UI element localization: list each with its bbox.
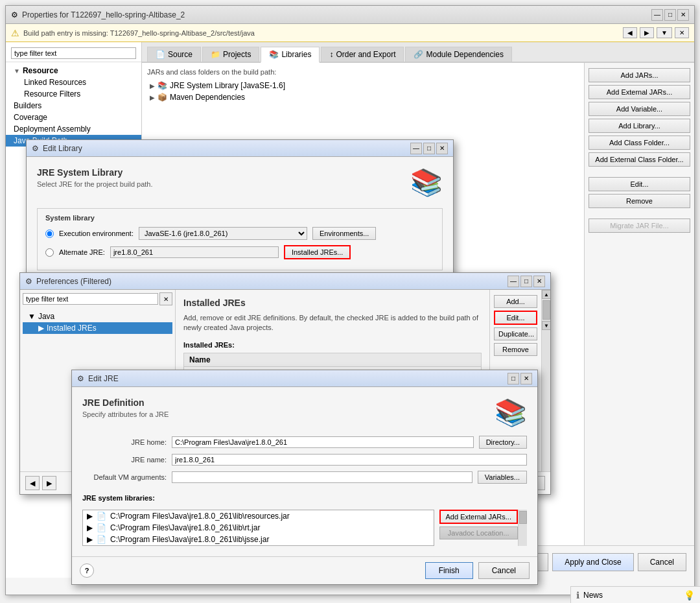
sidebar-item-deployment-assembly[interactable]: Deployment Assembly: [6, 123, 141, 135]
prefs-tree-installed-jres[interactable]: ▶ Installed JREs: [23, 322, 172, 334]
prefs-section-title: Installed JREs: [183, 298, 482, 308]
tab-projects[interactable]: 📁 Projects: [202, 47, 259, 62]
jre-finish-button[interactable]: Finish: [425, 562, 473, 579]
execution-env-select[interactable]: JavaSE-1.6 (jre1.8.0_261): [139, 227, 307, 240]
sidebar-item-linked-resources[interactable]: Linked Resources: [6, 77, 141, 88]
edit-jre-restore[interactable]: □: [508, 373, 519, 384]
prefs-table-header: Name: [183, 353, 482, 366]
warning-nav-back[interactable]: ◀: [623, 27, 637, 38]
edit-button[interactable]: Edit...: [589, 177, 690, 191]
migrate-jar-file-button[interactable]: Migrate JAR File...: [589, 219, 690, 233]
edit-library-restore[interactable]: □: [423, 143, 435, 154]
edit-library-heading: JRE System Library: [37, 167, 153, 178]
add-external-class-folder-button[interactable]: Add External Class Folder...: [589, 152, 690, 167]
jars-label: JARs and class folders on the build path…: [147, 68, 579, 76]
lib-label: C:\Program Files\Java\jre1.8.0_261\lib\r…: [110, 523, 260, 532]
prefs-filter-clear[interactable]: ✕: [159, 292, 172, 305]
alternate-jre-input[interactable]: [110, 246, 279, 258]
sidebar-item-label: Resource: [23, 66, 58, 75]
jre-help-button[interactable]: ?: [80, 563, 94, 578]
jre-home-input[interactable]: [172, 436, 474, 448]
jre-libs-scrollbar[interactable]: [518, 510, 527, 546]
lib-expand: ▶: [87, 512, 93, 521]
add-jars-button[interactable]: Add JARs...: [589, 68, 690, 82]
minimize-button[interactable]: —: [651, 9, 663, 21]
sidebar-item-resource[interactable]: ▼ Resource: [6, 65, 141, 77]
prefs-nav-fwd[interactable]: ▶: [42, 476, 56, 490]
prefs-restore[interactable]: □: [520, 276, 532, 287]
prefs-add-button[interactable]: Add...: [494, 295, 537, 308]
close-button[interactable]: ✕: [677, 9, 689, 21]
directory-button[interactable]: Directory...: [479, 436, 527, 449]
add-library-button[interactable]: Add Library...: [589, 119, 690, 133]
add-class-folder-button[interactable]: Add Class Folder...: [589, 136, 690, 150]
scroll-up-btn[interactable]: ▲: [542, 290, 550, 299]
add-variable-button[interactable]: Add Variable...: [589, 102, 690, 116]
prefs-minimize[interactable]: —: [508, 276, 519, 287]
jre-cancel-button[interactable]: Cancel: [478, 562, 530, 579]
prefs-description: Add, remove or edit JRE definitions. By …: [183, 313, 482, 333]
prefs-tree-java[interactable]: ▼ Java: [23, 311, 172, 322]
jre-name-row: JRE name:: [82, 454, 527, 466]
prefs-filter-input[interactable]: [23, 293, 158, 305]
warning-menu[interactable]: ▼: [657, 27, 672, 38]
alternate-jre-row: Alternate JRE: Installed JREs...: [45, 245, 434, 259]
apply-and-close-button[interactable]: Apply and Close: [552, 553, 633, 571]
warning-bar: ⚠ Build path entry is missing: T122697_h…: [6, 24, 694, 42]
alternate-jre-radio[interactable]: [45, 248, 54, 257]
sidebar-item-label: Linked Resources: [24, 78, 86, 87]
prefs-title: Preferences (Filtered): [36, 277, 111, 286]
add-external-jars-jre-button[interactable]: Add External JARs...: [439, 510, 519, 524]
prefs-nav-back[interactable]: ◀: [25, 476, 40, 490]
remove-button[interactable]: Remove: [589, 194, 690, 208]
tab-order-export[interactable]: ↕ Order and Export: [321, 47, 404, 62]
scroll-down-btn[interactable]: ▼: [542, 321, 550, 330]
execution-env-radio[interactable]: [45, 230, 54, 238]
scroll-thumb[interactable]: [542, 300, 550, 320]
tab-libraries[interactable]: 📚 Libraries: [261, 47, 320, 63]
jre-lib-item[interactable]: ▶ 📄 C:\Program Files\Java\jre1.8.0_261\l…: [83, 522, 434, 534]
sidebar-filter-wrap: [6, 45, 141, 62]
edit-library-close[interactable]: ✕: [436, 143, 448, 154]
warning-close[interactable]: ✕: [675, 27, 689, 38]
warning-icon: ⚠: [11, 28, 19, 38]
prefs-filter-wrap: ✕: [23, 292, 172, 305]
tab-source[interactable]: 📄 Source: [147, 47, 201, 62]
jre-scroll-thumb[interactable]: [519, 511, 527, 524]
prefs-duplicate-button[interactable]: Duplicate...: [494, 327, 537, 340]
prefs-tree-arrow: ▼: [28, 312, 36, 321]
sidebar-item-resource-filters[interactable]: Resource Filters: [6, 88, 141, 100]
sidebar-filter-input[interactable]: [11, 47, 136, 59]
environments-button[interactable]: Environments...: [312, 227, 376, 240]
jre-name-input[interactable]: [172, 454, 527, 466]
edit-jre-close[interactable]: ✕: [520, 373, 532, 384]
jre-vmargs-input[interactable]: [172, 471, 472, 483]
edit-library-title: Edit Library: [43, 144, 82, 153]
javadoc-location-button[interactable]: Javadoc Location...: [439, 526, 519, 539]
add-external-jars-button[interactable]: Add External JARs...: [589, 85, 690, 99]
jre-system-libs-label: JRE system libraries:: [82, 494, 527, 502]
cancel-button[interactable]: Cancel: [638, 553, 686, 571]
sidebar-item-builders[interactable]: Builders: [6, 100, 141, 112]
build-path-entry-maven[interactable]: ▶ 📦 Maven Dependencies: [147, 91, 579, 103]
main-window-title: Properties for T122697_hello-spring-Alti…: [22, 10, 185, 19]
prefs-scrollbar[interactable]: ▲ ▼: [541, 290, 550, 471]
prefs-edit-button[interactable]: Edit...: [494, 311, 537, 325]
jre-lib-item[interactable]: ▶ 📄 C:\Program Files\Java\jre1.8.0_261\l…: [83, 510, 434, 522]
warning-nav-fwd[interactable]: ▶: [640, 27, 654, 38]
jre-lib-item[interactable]: ▶ 📄 C:\Program Files\Java\jre1.8.0_261\l…: [83, 534, 434, 545]
installed-jres-button[interactable]: Installed JREs...: [284, 245, 351, 259]
tab-source-label: Source: [168, 50, 192, 59]
build-path-entry-jre[interactable]: ▶ 📚 JRE System Library [JavaSE-1.6]: [147, 80, 579, 91]
execution-env-label: Execution environment:: [59, 230, 134, 237]
alternate-jre-label: Alternate JRE:: [59, 248, 105, 256]
system-library-label: System library: [45, 214, 434, 222]
variables-button[interactable]: Variables...: [478, 471, 527, 484]
tab-module-deps[interactable]: 🔗 Module Dependencies: [405, 47, 511, 62]
prefs-close[interactable]: ✕: [533, 276, 545, 287]
prefs-remove-button[interactable]: Remove: [494, 343, 537, 356]
sidebar-item-coverage[interactable]: Coverage: [6, 112, 141, 123]
jre-home-row: JRE home: Directory...: [82, 436, 527, 449]
edit-library-minimize[interactable]: —: [410, 143, 422, 154]
restore-button[interactable]: □: [664, 9, 676, 21]
